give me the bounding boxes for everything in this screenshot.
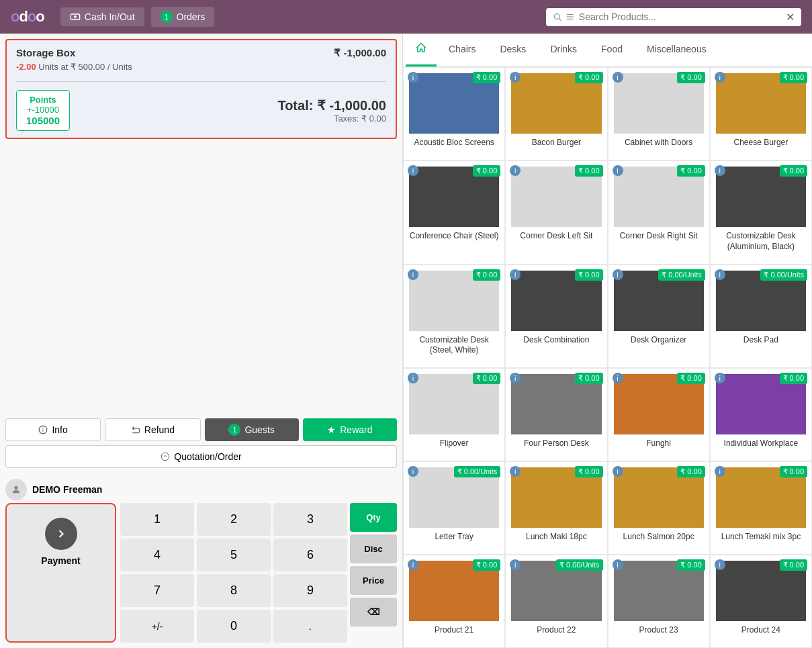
quotation-button[interactable]: Quotation/Order: [5, 445, 397, 468]
product-card[interactable]: i ₹ 0.00 Lunch Maki 18pc: [505, 461, 607, 555]
payment-button[interactable]: Payment: [5, 503, 116, 643]
order-spacer: [0, 144, 402, 413]
product-info-badge[interactable]: i: [408, 373, 418, 383]
key-plus-minus[interactable]: +/-: [120, 610, 194, 643]
quotation-icon: [161, 452, 170, 461]
product-info-badge[interactable]: i: [613, 466, 623, 477]
product-name: Four Person Desk: [524, 438, 589, 449]
product-info-badge[interactable]: i: [408, 72, 418, 83]
backspace-button[interactable]: ⌫: [350, 598, 397, 627]
product-price-badge: ₹ 0.00: [780, 72, 807, 83]
search-close-button[interactable]: ✕: [786, 11, 795, 24]
key-3[interactable]: 3: [273, 503, 347, 536]
product-card[interactable]: i ₹ 0.00 Lunch Temaki mix 3pc: [710, 461, 812, 555]
product-info-badge[interactable]: i: [510, 269, 521, 280]
product-card[interactable]: i ₹ 0.00 Customizable Desk (Aluminium, B…: [710, 160, 812, 265]
customer-row: DEMO Freeman: [5, 479, 397, 500]
guests-button[interactable]: 1 Guests: [205, 418, 299, 441]
product-info-badge[interactable]: i: [715, 559, 725, 570]
product-grid: i ₹ 0.00 Acoustic Bloc Screens i ₹ 0.00 …: [403, 67, 812, 648]
key-4[interactable]: 4: [120, 539, 194, 571]
product-card[interactable]: i ₹ 0.00 Flipover: [403, 368, 505, 461]
product-card[interactable]: i ₹ 0.00 Cheese Burger: [710, 67, 812, 160]
product-card[interactable]: i ₹ 0.00/Units Desk Organizer: [608, 265, 710, 369]
tab-drinks[interactable]: Drinks: [538, 36, 589, 64]
chevron-right-icon: [54, 527, 68, 541]
key-decimal[interactable]: .: [273, 610, 347, 643]
product-info-badge[interactable]: i: [408, 559, 418, 570]
product-card[interactable]: i ₹ 0.00/Units Product 22: [505, 555, 607, 648]
product-card[interactable]: i ₹ 0.00 Corner Desk Right Sit: [608, 160, 710, 265]
cash-icon: [70, 11, 81, 22]
svg-text:i: i: [43, 427, 44, 433]
info-button[interactable]: i Info: [5, 418, 101, 441]
key-7[interactable]: 7: [120, 574, 194, 607]
star-icon: ★: [327, 424, 336, 435]
search-input[interactable]: [579, 11, 782, 22]
product-card[interactable]: i ₹ 0.00 Cabinet with Doors: [608, 67, 710, 160]
product-card[interactable]: i ₹ 0.00 Desk Combination: [505, 265, 607, 369]
total-main: Total: ₹ -1,000.00: [277, 97, 386, 113]
info-label: Info: [52, 424, 67, 435]
search-bar: ✕: [546, 8, 801, 26]
price-button[interactable]: Price: [350, 566, 397, 595]
home-icon: [415, 42, 427, 54]
tab-chairs[interactable]: Chairs: [437, 36, 488, 64]
key-9[interactable]: 9: [273, 574, 347, 607]
numpad: 1 2 3 4 5 6 7 8 9 +/- 0 . Qty: [120, 503, 397, 643]
product-info-badge[interactable]: i: [715, 165, 725, 176]
disc-button[interactable]: Disc: [350, 535, 397, 563]
tab-home[interactable]: [406, 34, 437, 66]
product-card[interactable]: i ₹ 0.00 Four Person Desk: [505, 368, 607, 461]
orders-button[interactable]: 1 Orders: [151, 7, 215, 27]
product-card[interactable]: i ₹ 0.00 Product 23: [608, 555, 710, 648]
product-info-badge[interactable]: i: [408, 269, 418, 280]
product-name: Product 22: [537, 625, 576, 636]
svg-rect-4: [567, 14, 574, 15]
key-5[interactable]: 5: [197, 539, 271, 571]
product-info-badge[interactable]: i: [613, 559, 623, 570]
product-info-badge[interactable]: i: [408, 466, 418, 477]
product-price-badge: ₹ 0.00: [575, 165, 602, 177]
key-6[interactable]: 6: [273, 539, 347, 571]
tab-food[interactable]: Food: [589, 36, 635, 64]
product-card[interactable]: i ₹ 0.00/Units Desk Pad: [710, 265, 812, 369]
product-card[interactable]: i ₹ 0.00 Product 21: [403, 555, 505, 648]
product-card[interactable]: i ₹ 0.00/Units Letter Tray: [403, 461, 505, 555]
product-card[interactable]: i ₹ 0.00 Conference Chair (Steel): [403, 160, 505, 265]
product-info-badge[interactable]: i: [715, 72, 725, 83]
product-price-badge: ₹ 0.00: [473, 373, 500, 384]
product-price-badge: ₹ 0.00: [473, 72, 500, 83]
product-info-badge[interactable]: i: [613, 165, 623, 176]
product-info-badge[interactable]: i: [715, 269, 725, 280]
product-card[interactable]: i ₹ 0.00 Funghi: [608, 368, 710, 461]
product-info-badge[interactable]: i: [408, 165, 418, 176]
product-info-badge[interactable]: i: [613, 269, 623, 280]
product-info-badge[interactable]: i: [613, 373, 623, 383]
product-card[interactable]: i ₹ 0.00 Corner Desk Left Sit: [505, 160, 607, 265]
product-card[interactable]: i ₹ 0.00 Individual Workplace: [710, 368, 812, 461]
top-nav: odoo Cash In/Out 1 Orders ✕: [0, 0, 812, 34]
key-2[interactable]: 2: [197, 503, 271, 536]
tab-miscellaneous[interactable]: Miscellaneous: [635, 36, 719, 64]
reward-button[interactable]: ★ Reward: [303, 418, 397, 441]
odoo-logo: odoo: [11, 8, 44, 26]
key-0[interactable]: 0: [197, 610, 271, 643]
svg-rect-5: [567, 16, 574, 17]
product-card[interactable]: i ₹ 0.00 Customizable Desk (Steel, White…: [403, 265, 505, 369]
key-8[interactable]: 8: [197, 574, 271, 607]
product-card[interactable]: i ₹ 0.00 Acoustic Bloc Screens: [403, 67, 505, 160]
cash-in-out-button[interactable]: Cash In/Out: [60, 7, 144, 26]
tab-desks[interactable]: Desks: [488, 36, 538, 64]
qty-button[interactable]: Qty: [350, 503, 397, 532]
product-card[interactable]: i ₹ 0.00 Bacon Burger: [505, 67, 607, 160]
product-price-badge: ₹ 0.00/Units: [760, 269, 807, 281]
order-item-unit: Units at ₹ 500.00 / Units: [38, 62, 132, 72]
product-info-badge[interactable]: i: [715, 466, 725, 477]
product-info-badge[interactable]: i: [715, 373, 725, 383]
product-info-badge[interactable]: i: [613, 72, 623, 83]
product-card[interactable]: i ₹ 0.00 Product 24: [710, 555, 812, 648]
product-card[interactable]: i ₹ 0.00 Lunch Salmon 20pc: [608, 461, 710, 555]
key-1[interactable]: 1: [120, 503, 194, 536]
refund-button[interactable]: Refund: [105, 418, 200, 441]
